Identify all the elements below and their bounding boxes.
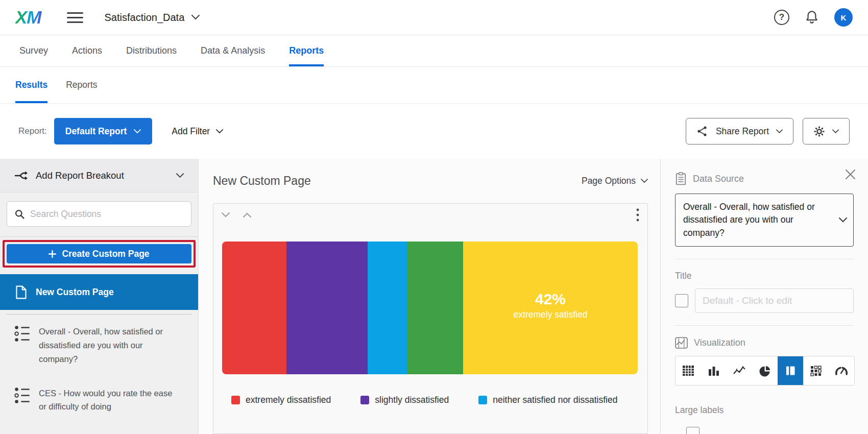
main-area: New Custom Page Page Options 42%extremel… — [199, 159, 660, 434]
question-text: CES - How would you rate the ease or dif… — [39, 387, 180, 414]
pie-chart-viz-button[interactable] — [752, 356, 778, 385]
share-icon — [696, 125, 709, 137]
question-text: Overall - Overall, how satisfied or diss… — [39, 325, 180, 366]
report-settings-button[interactable] — [803, 118, 850, 144]
tab-survey[interactable]: Survey — [19, 35, 48, 66]
bar-segment-extremely-dissatisfied[interactable] — [222, 242, 286, 374]
gauge-icon — [835, 365, 848, 376]
data-source-select[interactable]: Overall - Overall, how satisfied or diss… — [675, 194, 854, 247]
chevron-down-icon — [222, 212, 230, 218]
visualization-header: Visualization — [675, 337, 854, 349]
table-icon — [682, 365, 694, 376]
clipboard-icon — [675, 172, 687, 185]
chevron-down-icon — [216, 129, 223, 134]
visualization-label: Visualization — [694, 337, 745, 348]
line-chart-viz-button[interactable] — [727, 356, 752, 385]
report-sidebar: Add Report Breakout Create Custom Page — [0, 159, 199, 434]
title-input[interactable] — [695, 288, 854, 313]
chevron-down-icon — [191, 15, 200, 20]
divider — [675, 325, 854, 326]
subtab-results[interactable]: Results — [15, 67, 47, 103]
breakdown-grid-viz-button[interactable] — [803, 356, 829, 385]
sidebar-item-label: New Custom Page — [36, 287, 114, 298]
move-widget-up-button[interactable] — [243, 212, 251, 218]
chart-data-label: 42%extremely satisfied — [514, 291, 588, 320]
large-labels-label: Large labels — [675, 405, 854, 416]
legend-swatch — [231, 396, 240, 404]
chevron-down-icon — [832, 129, 839, 134]
stacked-bar-chart[interactable]: 42%extremely satisfied — [222, 242, 638, 374]
visualization-card: 42%extremely satisfied extremely dissati… — [213, 203, 648, 434]
table-viz-button[interactable] — [676, 356, 701, 385]
tab-distributions[interactable]: Distributions — [126, 35, 177, 66]
project-name: Satisfaction_Data — [105, 12, 185, 23]
close-panel-icon[interactable] — [845, 169, 856, 180]
add-filter-button[interactable]: Add Filter — [172, 126, 223, 137]
top-bar: XM Satisfaction_Data ? K — [0, 0, 868, 35]
user-avatar[interactable]: K — [834, 8, 853, 27]
report-selector-button[interactable]: Default Report — [54, 118, 153, 144]
gear-icon — [813, 126, 825, 137]
tab-actions[interactable]: Actions — [72, 35, 102, 66]
chevron-down-icon — [176, 173, 184, 178]
chevron-down-icon — [641, 179, 648, 183]
legend-label: slightly dissatisfied — [375, 395, 449, 405]
add-report-breakout-button[interactable]: Add Report Breakout — [0, 159, 198, 192]
large-labels-checkbox[interactable] — [686, 427, 700, 434]
title-section-label: Title — [675, 271, 854, 281]
bar-chart-viz-button[interactable] — [701, 356, 727, 385]
chart-frame-icon — [675, 337, 688, 349]
legend-swatch — [478, 396, 487, 404]
primary-nav-tabs: SurveyActionsDistributionsData & Analysi… — [0, 35, 868, 67]
legend-item: extremely dissatisfied — [231, 395, 331, 405]
sidebar-item-new-custom-page[interactable]: New Custom Page — [0, 274, 198, 309]
subtab-reports[interactable]: Reports — [66, 67, 97, 103]
report-toolbar: Report: Default Report Add Filter Share … — [0, 104, 868, 159]
plus-icon — [49, 250, 56, 258]
data-source-value: Overall - Overall, how satisfied or diss… — [683, 201, 833, 239]
search-icon — [14, 209, 25, 220]
question-list: Overall - Overall, how satisfied or diss… — [0, 314, 198, 434]
data-source-header: Data Source — [675, 172, 854, 185]
tab-reports[interactable]: Reports — [289, 35, 324, 66]
add-report-breakout-label: Add Report Breakout — [36, 170, 124, 181]
move-widget-down-button[interactable] — [222, 212, 230, 218]
share-report-button[interactable]: Share Report — [686, 118, 793, 144]
horizontal-bar-icon — [784, 365, 797, 376]
sidebar-question-item[interactable]: Overall - Overall, how satisfied or diss… — [14, 325, 184, 366]
pie-chart-icon — [759, 365, 771, 377]
chevron-down-icon — [776, 129, 783, 134]
bar-chart-icon — [708, 365, 720, 376]
gauge-viz-button[interactable] — [829, 356, 854, 385]
project-selector[interactable]: Satisfaction_Data — [105, 12, 200, 23]
create-custom-page-button[interactable]: Create Custom Page — [7, 244, 191, 263]
hamburger-menu-icon[interactable] — [67, 9, 83, 26]
search-questions-box[interactable] — [7, 201, 191, 227]
sidebar-question-item[interactable]: CES - How would you rate the ease or dif… — [14, 387, 184, 414]
title-checkbox[interactable] — [675, 294, 688, 307]
search-questions-input[interactable] — [30, 209, 184, 220]
settings-panel: Data Source Overall - Overall, how satis… — [660, 159, 868, 434]
tab-data-analysis[interactable]: Data & Analysis — [201, 35, 265, 66]
create-custom-page-highlight: Create Custom Page — [3, 240, 196, 268]
breakout-split-icon — [14, 170, 29, 182]
search-section — [0, 192, 198, 237]
chart-legend: extremely dissatisfiedslightly dissatisf… — [222, 395, 638, 405]
widget-menu-kebab-icon[interactable] — [636, 208, 639, 222]
help-icon[interactable]: ? — [774, 10, 789, 25]
xm-logo: XM — [15, 7, 44, 28]
legend-item: neither satisfied nor dissatisfied — [478, 395, 617, 405]
horizontal-bar-viz-button[interactable] — [778, 356, 803, 385]
bar-segment-neither-satisfied-nor-dissatisfied[interactable] — [368, 242, 407, 374]
line-chart-icon — [733, 365, 746, 376]
bar-segment[interactable] — [407, 242, 463, 374]
bar-segment-slightly-dissatisfied[interactable] — [286, 242, 368, 374]
bar-segment-extremely-satisfied[interactable]: 42%extremely satisfied — [463, 242, 638, 374]
legend-label: extremely dissatisfied — [246, 395, 331, 405]
chevron-down-icon — [134, 129, 141, 134]
page-options-button[interactable]: Page Options — [582, 176, 648, 186]
notifications-bell-icon[interactable] — [805, 10, 819, 25]
chevron-down-icon — [839, 218, 847, 223]
page-document-icon — [15, 285, 27, 299]
legend-swatch — [360, 396, 369, 404]
